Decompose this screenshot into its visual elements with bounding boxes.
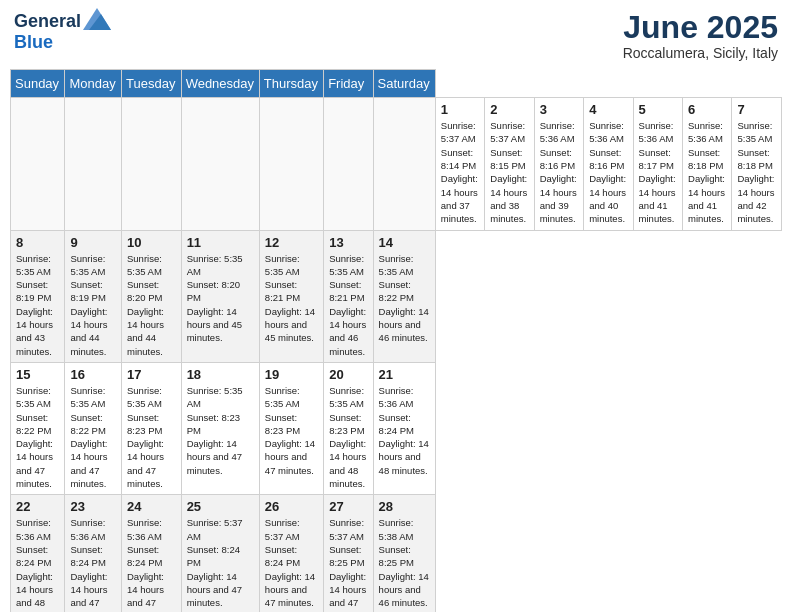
calendar-cell: 13Sunrise: 5:35 AMSunset: 8:21 PMDayligh… bbox=[324, 230, 373, 362]
day-number: 14 bbox=[379, 235, 430, 250]
day-number: 26 bbox=[265, 499, 318, 514]
logo-icon bbox=[83, 8, 111, 30]
calendar-cell bbox=[259, 98, 323, 230]
day-number: 18 bbox=[187, 367, 254, 382]
logo: General Blue bbox=[14, 10, 111, 53]
calendar-cell: 22Sunrise: 5:36 AMSunset: 8:24 PMDayligh… bbox=[11, 495, 65, 612]
day-detail: Sunrise: 5:35 AMSunset: 8:23 PMDaylight:… bbox=[265, 384, 318, 477]
day-number: 8 bbox=[16, 235, 59, 250]
day-number: 12 bbox=[265, 235, 318, 250]
calendar-cell: 15Sunrise: 5:35 AMSunset: 8:22 PMDayligh… bbox=[11, 362, 65, 494]
day-detail: Sunrise: 5:36 AMSunset: 8:24 PMDaylight:… bbox=[16, 516, 59, 612]
day-number: 17 bbox=[127, 367, 176, 382]
calendar-cell: 14Sunrise: 5:35 AMSunset: 8:22 PMDayligh… bbox=[373, 230, 435, 362]
calendar-cell: 27Sunrise: 5:37 AMSunset: 8:25 PMDayligh… bbox=[324, 495, 373, 612]
day-detail: Sunrise: 5:36 AMSunset: 8:18 PMDaylight:… bbox=[688, 119, 726, 225]
day-detail: Sunrise: 5:36 AMSunset: 8:16 PMDaylight:… bbox=[540, 119, 578, 225]
calendar-cell: 18Sunrise: 5:35 AMSunset: 8:23 PMDayligh… bbox=[181, 362, 259, 494]
day-number: 9 bbox=[70, 235, 116, 250]
calendar-cell: 16Sunrise: 5:35 AMSunset: 8:22 PMDayligh… bbox=[65, 362, 122, 494]
calendar-cell bbox=[181, 98, 259, 230]
logo-general: General bbox=[14, 11, 81, 32]
day-number: 19 bbox=[265, 367, 318, 382]
day-detail: Sunrise: 5:35 AMSunset: 8:22 PMDaylight:… bbox=[379, 252, 430, 345]
weekday-header-thursday: Thursday bbox=[259, 70, 323, 98]
calendar-cell: 4Sunrise: 5:36 AMSunset: 8:16 PMDaylight… bbox=[584, 98, 633, 230]
calendar-cell: 23Sunrise: 5:36 AMSunset: 8:24 PMDayligh… bbox=[65, 495, 122, 612]
calendar-cell: 1Sunrise: 5:37 AMSunset: 8:14 PMDaylight… bbox=[435, 98, 484, 230]
calendar-cell: 20Sunrise: 5:35 AMSunset: 8:23 PMDayligh… bbox=[324, 362, 373, 494]
day-detail: Sunrise: 5:37 AMSunset: 8:24 PMDaylight:… bbox=[187, 516, 254, 609]
day-number: 4 bbox=[589, 102, 627, 117]
day-number: 16 bbox=[70, 367, 116, 382]
weekday-header-monday: Monday bbox=[65, 70, 122, 98]
calendar-cell bbox=[373, 98, 435, 230]
day-number: 25 bbox=[187, 499, 254, 514]
day-detail: Sunrise: 5:35 AMSunset: 8:20 PMDaylight:… bbox=[187, 252, 254, 345]
day-number: 7 bbox=[737, 102, 776, 117]
calendar-cell: 28Sunrise: 5:38 AMSunset: 8:25 PMDayligh… bbox=[373, 495, 435, 612]
day-detail: Sunrise: 5:35 AMSunset: 8:19 PMDaylight:… bbox=[16, 252, 59, 358]
day-detail: Sunrise: 5:35 AMSunset: 8:19 PMDaylight:… bbox=[70, 252, 116, 358]
calendar-cell: 10Sunrise: 5:35 AMSunset: 8:20 PMDayligh… bbox=[122, 230, 182, 362]
day-detail: Sunrise: 5:36 AMSunset: 8:24 PMDaylight:… bbox=[70, 516, 116, 612]
day-detail: Sunrise: 5:38 AMSunset: 8:25 PMDaylight:… bbox=[379, 516, 430, 609]
weekday-header-tuesday: Tuesday bbox=[122, 70, 182, 98]
weekday-header-sunday: Sunday bbox=[11, 70, 65, 98]
calendar-cell: 12Sunrise: 5:35 AMSunset: 8:21 PMDayligh… bbox=[259, 230, 323, 362]
weekday-header-saturday: Saturday bbox=[373, 70, 435, 98]
day-number: 24 bbox=[127, 499, 176, 514]
calendar-cell: 3Sunrise: 5:36 AMSunset: 8:16 PMDaylight… bbox=[534, 98, 583, 230]
day-number: 23 bbox=[70, 499, 116, 514]
page-header: General Blue June 2025 Roccalumera, Sici… bbox=[10, 10, 782, 61]
day-detail: Sunrise: 5:35 AMSunset: 8:23 PMDaylight:… bbox=[187, 384, 254, 477]
calendar-cell: 25Sunrise: 5:37 AMSunset: 8:24 PMDayligh… bbox=[181, 495, 259, 612]
location-title: Roccalumera, Sicily, Italy bbox=[623, 45, 778, 61]
month-title: June 2025 bbox=[623, 10, 778, 45]
day-number: 28 bbox=[379, 499, 430, 514]
day-number: 15 bbox=[16, 367, 59, 382]
day-number: 3 bbox=[540, 102, 578, 117]
day-detail: Sunrise: 5:35 AMSunset: 8:23 PMDaylight:… bbox=[127, 384, 176, 490]
day-number: 1 bbox=[441, 102, 479, 117]
day-detail: Sunrise: 5:36 AMSunset: 8:24 PMDaylight:… bbox=[127, 516, 176, 612]
day-detail: Sunrise: 5:37 AMSunset: 8:15 PMDaylight:… bbox=[490, 119, 528, 225]
day-number: 11 bbox=[187, 235, 254, 250]
day-detail: Sunrise: 5:35 AMSunset: 8:23 PMDaylight:… bbox=[329, 384, 367, 490]
day-detail: Sunrise: 5:36 AMSunset: 8:24 PMDaylight:… bbox=[379, 384, 430, 477]
day-detail: Sunrise: 5:35 AMSunset: 8:21 PMDaylight:… bbox=[329, 252, 367, 358]
day-number: 6 bbox=[688, 102, 726, 117]
calendar-cell: 7Sunrise: 5:35 AMSunset: 8:18 PMDaylight… bbox=[732, 98, 782, 230]
day-detail: Sunrise: 5:37 AMSunset: 8:25 PMDaylight:… bbox=[329, 516, 367, 612]
weekday-header-wednesday: Wednesday bbox=[181, 70, 259, 98]
day-number: 22 bbox=[16, 499, 59, 514]
calendar-cell: 11Sunrise: 5:35 AMSunset: 8:20 PMDayligh… bbox=[181, 230, 259, 362]
calendar-cell: 17Sunrise: 5:35 AMSunset: 8:23 PMDayligh… bbox=[122, 362, 182, 494]
calendar-cell: 19Sunrise: 5:35 AMSunset: 8:23 PMDayligh… bbox=[259, 362, 323, 494]
day-detail: Sunrise: 5:35 AMSunset: 8:22 PMDaylight:… bbox=[16, 384, 59, 490]
day-number: 10 bbox=[127, 235, 176, 250]
calendar-cell bbox=[11, 98, 65, 230]
day-detail: Sunrise: 5:36 AMSunset: 8:17 PMDaylight:… bbox=[639, 119, 677, 225]
calendar-cell bbox=[122, 98, 182, 230]
day-detail: Sunrise: 5:36 AMSunset: 8:16 PMDaylight:… bbox=[589, 119, 627, 225]
calendar-cell: 8Sunrise: 5:35 AMSunset: 8:19 PMDaylight… bbox=[11, 230, 65, 362]
day-detail: Sunrise: 5:35 AMSunset: 8:21 PMDaylight:… bbox=[265, 252, 318, 345]
day-detail: Sunrise: 5:35 AMSunset: 8:18 PMDaylight:… bbox=[737, 119, 776, 225]
calendar-cell: 5Sunrise: 5:36 AMSunset: 8:17 PMDaylight… bbox=[633, 98, 682, 230]
day-number: 20 bbox=[329, 367, 367, 382]
day-number: 21 bbox=[379, 367, 430, 382]
calendar-table: SundayMondayTuesdayWednesdayThursdayFrid… bbox=[10, 69, 782, 612]
day-detail: Sunrise: 5:37 AMSunset: 8:14 PMDaylight:… bbox=[441, 119, 479, 225]
day-detail: Sunrise: 5:37 AMSunset: 8:24 PMDaylight:… bbox=[265, 516, 318, 609]
day-number: 5 bbox=[639, 102, 677, 117]
day-number: 27 bbox=[329, 499, 367, 514]
calendar-cell: 21Sunrise: 5:36 AMSunset: 8:24 PMDayligh… bbox=[373, 362, 435, 494]
calendar-cell: 24Sunrise: 5:36 AMSunset: 8:24 PMDayligh… bbox=[122, 495, 182, 612]
day-detail: Sunrise: 5:35 AMSunset: 8:22 PMDaylight:… bbox=[70, 384, 116, 490]
logo-blue: Blue bbox=[14, 32, 53, 52]
calendar-cell: 6Sunrise: 5:36 AMSunset: 8:18 PMDaylight… bbox=[683, 98, 732, 230]
calendar-cell bbox=[65, 98, 122, 230]
day-number: 2 bbox=[490, 102, 528, 117]
day-number: 13 bbox=[329, 235, 367, 250]
